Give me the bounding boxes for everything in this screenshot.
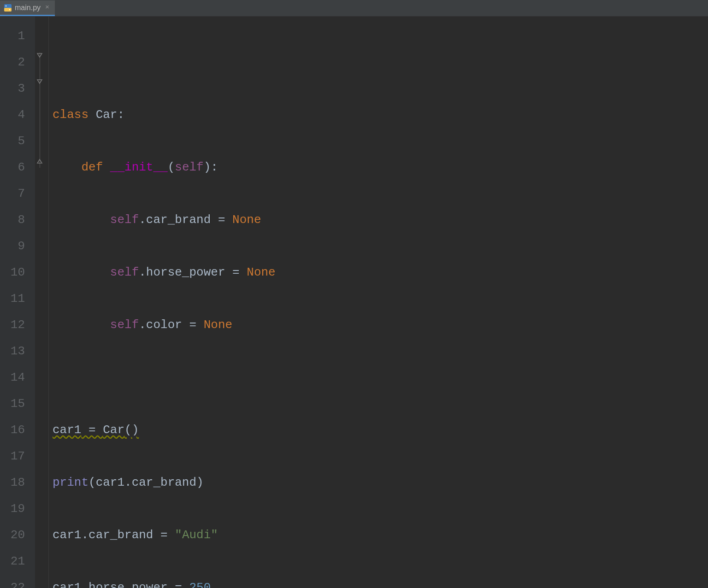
- code-line[interactable]: car1 = Car(): [53, 417, 276, 443]
- line-number: 9: [0, 233, 25, 259]
- line-number: 22: [0, 575, 25, 588]
- line-number: 17: [0, 443, 25, 470]
- line-number: 14: [0, 365, 25, 391]
- code-line[interactable]: self.car_brand = None: [53, 207, 276, 233]
- fold-marker-icon[interactable]: [36, 53, 43, 59]
- svg-point-2: [6, 5, 6, 6]
- line-number: 19: [0, 496, 25, 522]
- line-number: 2: [0, 49, 25, 76]
- close-tab-icon[interactable]: ×: [45, 4, 49, 12]
- line-number: 15: [0, 391, 25, 417]
- tab-bar: main.py ×: [0, 0, 708, 17]
- code-line[interactable]: def __init__(self):: [53, 154, 276, 181]
- code-line[interactable]: print(car1.car_brand): [53, 470, 276, 496]
- code-editor[interactable]: class Car: def __init__(self): self.car_…: [49, 17, 276, 588]
- code-line[interactable]: [53, 365, 276, 391]
- line-number: 5: [0, 128, 25, 154]
- line-number: 11: [0, 286, 25, 312]
- svg-point-3: [9, 9, 10, 10]
- code-line[interactable]: car1.horse_power = 250: [53, 575, 276, 588]
- svg-rect-1: [4, 8, 12, 12]
- line-number-gutter: 1 2 3 4 5 6 7 8 9 10 11 12 13 14 15 16 1…: [0, 17, 35, 588]
- line-number: 1: [0, 23, 25, 49]
- line-number: 8: [0, 207, 25, 233]
- code-line[interactable]: car1.car_brand = "Audi": [53, 522, 276, 548]
- line-number: 16: [0, 417, 25, 443]
- line-number: 3: [0, 76, 25, 102]
- code-line[interactable]: class Car:: [53, 102, 276, 128]
- fold-marker-icon[interactable]: [36, 79, 43, 85]
- python-file-icon: [4, 4, 12, 12]
- line-number: 10: [0, 259, 25, 286]
- tab-filename: main.py: [15, 4, 41, 12]
- line-number: 18: [0, 470, 25, 496]
- code-line[interactable]: [53, 49, 276, 76]
- editor: 1 2 3 4 5 6 7 8 9 10 11 12 13 14 15 16 1…: [0, 17, 708, 588]
- line-number: 6: [0, 154, 25, 181]
- fold-gutter: [35, 17, 49, 588]
- line-number: 13: [0, 338, 25, 365]
- line-number: 7: [0, 181, 25, 207]
- code-line[interactable]: self.color = None: [53, 312, 276, 338]
- line-number: 12: [0, 312, 25, 338]
- line-number: 21: [0, 548, 25, 575]
- file-tab-main-py[interactable]: main.py ×: [0, 0, 55, 16]
- line-number: 4: [0, 102, 25, 128]
- line-number: 20: [0, 522, 25, 548]
- fold-end-icon[interactable]: [36, 158, 43, 164]
- code-line[interactable]: self.horse_power = None: [53, 259, 276, 286]
